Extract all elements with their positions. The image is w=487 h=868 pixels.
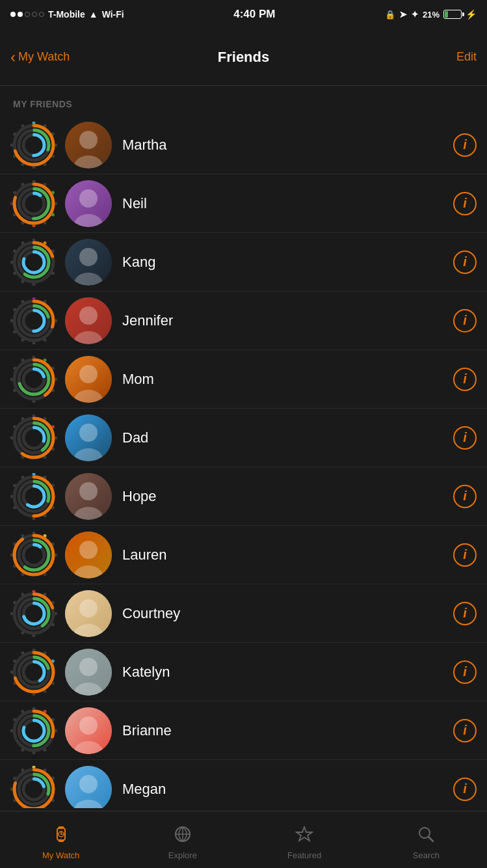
info-button[interactable]: i bbox=[453, 719, 477, 742]
svg-point-174 bbox=[79, 541, 98, 559]
wifi-label: Wi-Fi bbox=[102, 9, 124, 20]
info-button[interactable]: i bbox=[453, 309, 477, 332]
info-button[interactable]: i bbox=[453, 426, 477, 450]
info-button[interactable]: i bbox=[453, 543, 477, 567]
tab-featured[interactable]: Featured bbox=[244, 820, 365, 860]
list-item: Martha i bbox=[0, 116, 487, 174]
friend-name: Martha bbox=[122, 137, 453, 154]
info-button[interactable]: i bbox=[453, 368, 477, 391]
svg-point-64 bbox=[79, 248, 98, 266]
friends-list: Martha i N bbox=[0, 116, 487, 808]
activity-ring bbox=[10, 649, 57, 696]
my-watch-icon bbox=[52, 825, 70, 848]
tab-explore[interactable]: Explore bbox=[122, 820, 243, 860]
tab-featured-label: Featured bbox=[287, 850, 321, 860]
svg-point-240 bbox=[79, 716, 98, 735]
svg-rect-265 bbox=[59, 826, 64, 829]
signal-dot-2 bbox=[18, 12, 23, 17]
info-button[interactable]: i bbox=[453, 133, 477, 157]
svg-point-218 bbox=[79, 658, 98, 676]
activity-ring bbox=[10, 414, 57, 461]
battery-percent: 21% bbox=[423, 10, 440, 20]
back-button[interactable]: ‹ My Watch bbox=[10, 48, 70, 66]
tab-my-watch[interactable]: My Watch bbox=[0, 820, 122, 860]
list-item: Katelyn i bbox=[0, 643, 487, 701]
list-item: Kang i bbox=[0, 233, 487, 292]
friend-name: Jennifer bbox=[122, 312, 453, 329]
signal-dot-1 bbox=[10, 12, 16, 17]
tab-search-label: Search bbox=[413, 850, 440, 860]
bluetooth-icon: ✦ bbox=[411, 9, 419, 20]
avatar bbox=[65, 766, 112, 809]
tab-explore-label: Explore bbox=[168, 850, 197, 860]
svg-point-86 bbox=[79, 306, 98, 325]
list-item: Brianne i bbox=[0, 701, 487, 760]
tab-search[interactable]: Search bbox=[365, 820, 487, 860]
activity-ring bbox=[10, 122, 57, 169]
activity-ring bbox=[10, 707, 57, 754]
carrier-label: T-Mobile bbox=[48, 9, 85, 20]
info-button[interactable]: i bbox=[453, 602, 477, 625]
list-item: Hope i bbox=[0, 467, 487, 526]
avatar bbox=[65, 122, 112, 169]
list-item: Mom i bbox=[0, 350, 487, 409]
avatar bbox=[65, 473, 112, 520]
activity-ring bbox=[10, 356, 57, 403]
info-button[interactable]: i bbox=[453, 660, 477, 684]
list-item: Neil i bbox=[0, 174, 487, 233]
info-button[interactable]: i bbox=[453, 251, 477, 274]
friend-name: Lauren bbox=[122, 547, 453, 563]
lock-icon: 🔒 bbox=[385, 10, 395, 20]
avatar bbox=[65, 707, 112, 754]
edit-button[interactable]: Edit bbox=[456, 50, 477, 64]
nav-bar: ‹ My Watch Friends Edit bbox=[0, 29, 487, 86]
friend-name: Neil bbox=[122, 195, 453, 212]
friend-name: Dad bbox=[122, 429, 453, 446]
activity-ring bbox=[10, 532, 57, 578]
tab-bar: My Watch Explore Featured Search bbox=[0, 811, 487, 868]
list-item: Megan i bbox=[0, 760, 487, 808]
svg-point-130 bbox=[79, 424, 98, 442]
avatar bbox=[65, 356, 112, 403]
signal-dot-4 bbox=[32, 12, 37, 17]
avatar bbox=[65, 297, 112, 344]
activity-ring bbox=[10, 297, 57, 344]
page-title: Friends bbox=[218, 49, 269, 66]
list-item: Jennifer i bbox=[0, 292, 487, 350]
explore-icon bbox=[174, 825, 192, 848]
signal-dot-5 bbox=[39, 12, 44, 17]
tab-my-watch-label: My Watch bbox=[42, 850, 79, 860]
battery-fill bbox=[445, 11, 448, 18]
list-item: Lauren i bbox=[0, 526, 487, 584]
avatar bbox=[65, 414, 112, 461]
status-right: 🔒 ➤ ✦ 21% ⚡ bbox=[385, 9, 477, 20]
svg-marker-273 bbox=[296, 827, 312, 841]
status-bar: T-Mobile ▲ Wi-Fi 4:40 PM 🔒 ➤ ✦ 21% ⚡ bbox=[0, 0, 487, 29]
avatar bbox=[65, 649, 112, 696]
activity-ring bbox=[10, 180, 57, 227]
back-label: My Watch bbox=[18, 50, 70, 64]
activity-ring bbox=[10, 239, 57, 286]
info-button[interactable]: i bbox=[453, 192, 477, 215]
svg-point-262 bbox=[79, 775, 98, 793]
svg-point-42 bbox=[79, 189, 98, 208]
info-button[interactable]: i bbox=[453, 485, 477, 508]
activity-ring bbox=[10, 590, 57, 637]
svg-line-275 bbox=[428, 837, 433, 841]
info-button[interactable]: i bbox=[453, 778, 477, 801]
section-header: MY FRIENDS bbox=[0, 86, 487, 116]
friend-name: Mom bbox=[122, 371, 453, 388]
svg-rect-266 bbox=[59, 839, 64, 842]
activity-ring bbox=[10, 766, 57, 809]
signal-strength bbox=[10, 12, 44, 17]
featured-icon bbox=[295, 825, 313, 848]
friend-name: Katelyn bbox=[122, 664, 453, 681]
charging-icon: ⚡ bbox=[466, 9, 477, 20]
avatar bbox=[65, 590, 112, 637]
svg-point-108 bbox=[79, 365, 98, 383]
signal-dot-3 bbox=[25, 12, 30, 17]
friend-name: Brianne bbox=[122, 722, 453, 739]
svg-point-152 bbox=[79, 482, 98, 500]
svg-point-20 bbox=[79, 131, 98, 149]
avatar bbox=[65, 532, 112, 578]
